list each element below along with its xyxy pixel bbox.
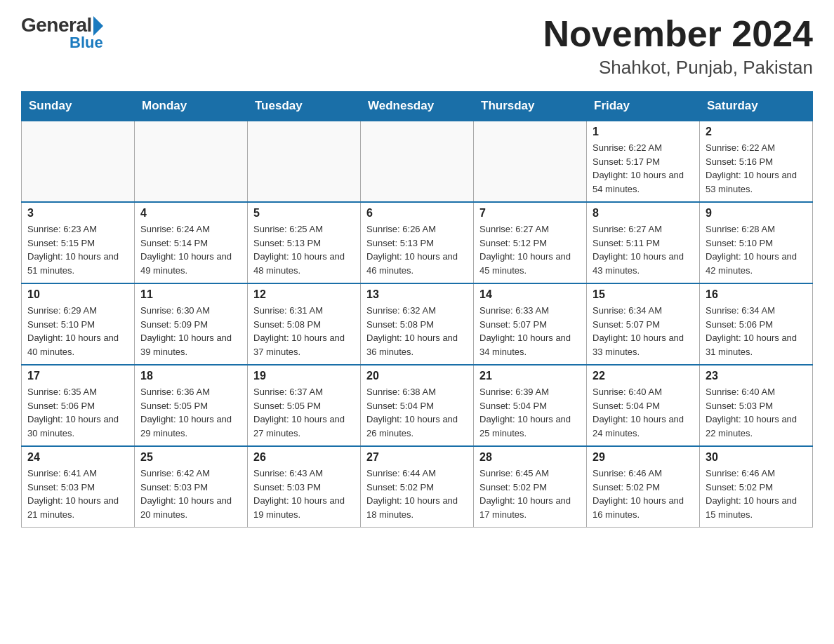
day-info: Sunrise: 6:46 AM Sunset: 5:02 PM Dayligh… xyxy=(593,467,694,521)
day-info: Sunrise: 6:38 AM Sunset: 5:04 PM Dayligh… xyxy=(366,385,468,440)
day-number: 17 xyxy=(27,370,128,382)
day-info: Sunrise: 6:26 AM Sunset: 5:13 PM Dayligh… xyxy=(366,222,468,277)
day-number: 15 xyxy=(593,288,694,301)
day-info: Sunrise: 6:27 AM Sunset: 5:12 PM Dayligh… xyxy=(479,222,581,277)
column-header-friday: Friday xyxy=(587,92,700,121)
column-header-tuesday: Tuesday xyxy=(248,92,361,121)
day-info: Sunrise: 6:22 AM Sunset: 5:16 PM Dayligh… xyxy=(706,141,807,196)
day-number: 20 xyxy=(366,370,468,382)
logo-triangle-icon xyxy=(93,16,103,36)
day-info: Sunrise: 6:44 AM Sunset: 5:02 PM Dayligh… xyxy=(366,467,468,521)
calendar-cell xyxy=(135,121,248,202)
day-number: 9 xyxy=(706,207,807,220)
day-info: Sunrise: 6:42 AM Sunset: 5:03 PM Dayligh… xyxy=(140,467,241,521)
day-info: Sunrise: 6:46 AM Sunset: 5:02 PM Dayligh… xyxy=(706,467,807,521)
calendar-cell: 9Sunrise: 6:28 AM Sunset: 5:10 PM Daylig… xyxy=(700,202,813,283)
calendar-cell: 21Sunrise: 6:39 AM Sunset: 5:04 PM Dayli… xyxy=(474,365,587,446)
calendar-cell: 10Sunrise: 6:29 AM Sunset: 5:10 PM Dayli… xyxy=(22,283,135,365)
day-number: 1 xyxy=(593,126,694,138)
day-number: 6 xyxy=(366,207,468,220)
day-info: Sunrise: 6:41 AM Sunset: 5:03 PM Dayligh… xyxy=(27,467,128,521)
day-number: 27 xyxy=(366,451,468,464)
calendar-cell: 25Sunrise: 6:42 AM Sunset: 5:03 PM Dayli… xyxy=(135,446,248,528)
day-number: 8 xyxy=(593,207,694,220)
calendar-cell: 5Sunrise: 6:25 AM Sunset: 5:13 PM Daylig… xyxy=(248,202,361,283)
calendar-cell: 4Sunrise: 6:24 AM Sunset: 5:14 PM Daylig… xyxy=(135,202,248,283)
calendar-cell: 17Sunrise: 6:35 AM Sunset: 5:06 PM Dayli… xyxy=(22,365,135,446)
day-number: 23 xyxy=(706,370,807,382)
day-number: 13 xyxy=(366,288,468,301)
calendar-cell xyxy=(474,121,587,202)
day-info: Sunrise: 6:25 AM Sunset: 5:13 PM Dayligh… xyxy=(253,222,355,277)
main-title: November 2024 xyxy=(543,14,813,54)
day-info: Sunrise: 6:36 AM Sunset: 5:05 PM Dayligh… xyxy=(140,385,241,440)
calendar-cell: 27Sunrise: 6:44 AM Sunset: 5:02 PM Dayli… xyxy=(361,446,474,528)
day-number: 24 xyxy=(27,451,128,464)
calendar-header-row: SundayMondayTuesdayWednesdayThursdayFrid… xyxy=(22,92,813,121)
day-number: 22 xyxy=(593,370,694,382)
calendar-cell: 2Sunrise: 6:22 AM Sunset: 5:16 PM Daylig… xyxy=(700,121,813,202)
logo-blue-text: Blue xyxy=(70,34,103,52)
day-number: 10 xyxy=(27,288,128,301)
calendar-cell: 14Sunrise: 6:33 AM Sunset: 5:07 PM Dayli… xyxy=(474,283,587,365)
day-number: 7 xyxy=(479,207,581,220)
column-header-saturday: Saturday xyxy=(700,92,813,121)
calendar-cell: 11Sunrise: 6:30 AM Sunset: 5:09 PM Dayli… xyxy=(135,283,248,365)
calendar-cell: 29Sunrise: 6:46 AM Sunset: 5:02 PM Dayli… xyxy=(587,446,700,528)
page-header: General Blue November 2024 Shahkot, Punj… xyxy=(21,14,813,79)
calendar-cell: 20Sunrise: 6:38 AM Sunset: 5:04 PM Dayli… xyxy=(361,365,474,446)
day-info: Sunrise: 6:34 AM Sunset: 5:06 PM Dayligh… xyxy=(706,304,807,358)
calendar-week-5: 24Sunrise: 6:41 AM Sunset: 5:03 PM Dayli… xyxy=(22,446,813,528)
day-info: Sunrise: 6:27 AM Sunset: 5:11 PM Dayligh… xyxy=(593,222,694,277)
calendar-cell xyxy=(248,121,361,202)
day-info: Sunrise: 6:37 AM Sunset: 5:05 PM Dayligh… xyxy=(253,385,355,440)
calendar-cell: 1Sunrise: 6:22 AM Sunset: 5:17 PM Daylig… xyxy=(587,121,700,202)
calendar-cell: 12Sunrise: 6:31 AM Sunset: 5:08 PM Dayli… xyxy=(248,283,361,365)
day-number: 18 xyxy=(140,370,241,382)
calendar-cell: 7Sunrise: 6:27 AM Sunset: 5:12 PM Daylig… xyxy=(474,202,587,283)
calendar-cell: 24Sunrise: 6:41 AM Sunset: 5:03 PM Dayli… xyxy=(22,446,135,528)
subtitle: Shahkot, Punjab, Pakistan xyxy=(543,57,813,79)
day-number: 25 xyxy=(140,451,241,464)
calendar-cell: 16Sunrise: 6:34 AM Sunset: 5:06 PM Dayli… xyxy=(700,283,813,365)
day-number: 4 xyxy=(140,207,241,220)
day-info: Sunrise: 6:22 AM Sunset: 5:17 PM Dayligh… xyxy=(593,141,694,196)
day-info: Sunrise: 6:34 AM Sunset: 5:07 PM Dayligh… xyxy=(593,304,694,358)
calendar-cell: 18Sunrise: 6:36 AM Sunset: 5:05 PM Dayli… xyxy=(135,365,248,446)
day-info: Sunrise: 6:40 AM Sunset: 5:03 PM Dayligh… xyxy=(706,385,807,440)
calendar-week-4: 17Sunrise: 6:35 AM Sunset: 5:06 PM Dayli… xyxy=(22,365,813,446)
column-header-wednesday: Wednesday xyxy=(361,92,474,121)
logo: General Blue xyxy=(21,14,103,52)
calendar-cell: 22Sunrise: 6:40 AM Sunset: 5:04 PM Dayli… xyxy=(587,365,700,446)
day-info: Sunrise: 6:29 AM Sunset: 5:10 PM Dayligh… xyxy=(27,304,128,358)
calendar-table: SundayMondayTuesdayWednesdayThursdayFrid… xyxy=(21,91,813,528)
day-number: 30 xyxy=(706,451,807,464)
column-header-thursday: Thursday xyxy=(474,92,587,121)
calendar-cell: 15Sunrise: 6:34 AM Sunset: 5:07 PM Dayli… xyxy=(587,283,700,365)
title-block: November 2024 Shahkot, Punjab, Pakistan xyxy=(543,14,813,79)
calendar-cell xyxy=(361,121,474,202)
day-number: 14 xyxy=(479,288,581,301)
day-number: 28 xyxy=(479,451,581,464)
calendar-cell: 30Sunrise: 6:46 AM Sunset: 5:02 PM Dayli… xyxy=(700,446,813,528)
calendar-cell xyxy=(22,121,135,202)
calendar-cell: 19Sunrise: 6:37 AM Sunset: 5:05 PM Dayli… xyxy=(248,365,361,446)
column-header-sunday: Sunday xyxy=(22,92,135,121)
day-info: Sunrise: 6:40 AM Sunset: 5:04 PM Dayligh… xyxy=(593,385,694,440)
day-number: 11 xyxy=(140,288,241,301)
calendar-cell: 3Sunrise: 6:23 AM Sunset: 5:15 PM Daylig… xyxy=(22,202,135,283)
calendar-week-1: 1Sunrise: 6:22 AM Sunset: 5:17 PM Daylig… xyxy=(22,121,813,202)
day-info: Sunrise: 6:30 AM Sunset: 5:09 PM Dayligh… xyxy=(140,304,241,358)
day-number: 5 xyxy=(253,207,355,220)
calendar-cell: 13Sunrise: 6:32 AM Sunset: 5:08 PM Dayli… xyxy=(361,283,474,365)
calendar-cell: 23Sunrise: 6:40 AM Sunset: 5:03 PM Dayli… xyxy=(700,365,813,446)
day-info: Sunrise: 6:24 AM Sunset: 5:14 PM Dayligh… xyxy=(140,222,241,277)
day-info: Sunrise: 6:32 AM Sunset: 5:08 PM Dayligh… xyxy=(366,304,468,358)
day-info: Sunrise: 6:31 AM Sunset: 5:08 PM Dayligh… xyxy=(253,304,355,358)
calendar-cell: 28Sunrise: 6:45 AM Sunset: 5:02 PM Dayli… xyxy=(474,446,587,528)
day-number: 26 xyxy=(253,451,355,464)
day-number: 29 xyxy=(593,451,694,464)
calendar-cell: 8Sunrise: 6:27 AM Sunset: 5:11 PM Daylig… xyxy=(587,202,700,283)
day-info: Sunrise: 6:35 AM Sunset: 5:06 PM Dayligh… xyxy=(27,385,128,440)
calendar-week-2: 3Sunrise: 6:23 AM Sunset: 5:15 PM Daylig… xyxy=(22,202,813,283)
